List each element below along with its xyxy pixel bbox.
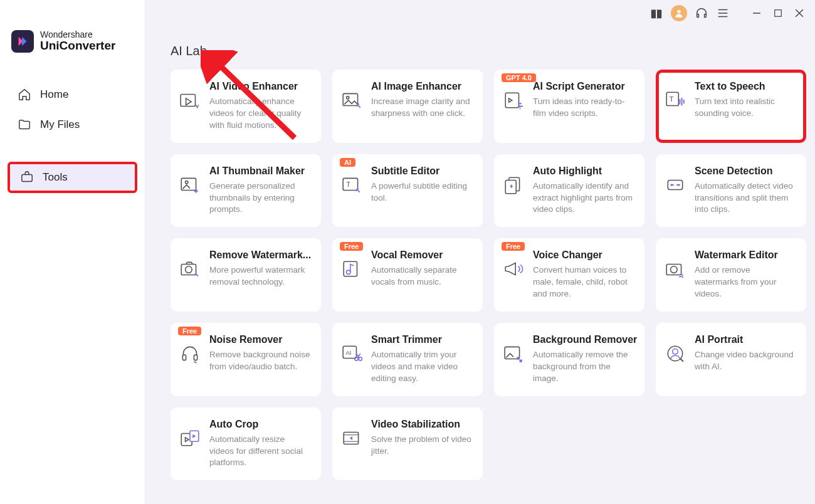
card-title: Text to Speech — [695, 81, 796, 92]
card-description: Change video background with AI. — [695, 349, 796, 373]
card-title: AI Video Enhancer — [209, 81, 311, 92]
ai-scissors-icon — [341, 343, 362, 364]
card-badge: AI — [340, 158, 355, 167]
video-sparkle-icon — [179, 90, 201, 111]
card-voice-changer[interactable]: Free Voice Changer Convert human voices … — [494, 238, 644, 312]
card-description: More powerful watermark removal technolo… — [209, 265, 311, 288]
card-ai-thumbnail-maker[interactable]: AI Thumbnail Maker Generate personalized… — [171, 154, 321, 228]
image-edit-icon — [341, 90, 362, 111]
card-title: AI Image Enhancer — [371, 81, 473, 92]
sidebar-item-my-files[interactable]: My Files — [8, 112, 137, 138]
card-text-to-speech[interactable]: Text to Speech Turn text into realistic … — [656, 70, 806, 143]
titlebar — [649, 5, 806, 21]
card-title: Noise Remover — [209, 334, 311, 345]
section-title: AI Lab — [171, 44, 802, 58]
logo-mark-icon — [11, 30, 34, 53]
card-title: Voice Changer — [533, 249, 634, 261]
image-plus-icon — [179, 174, 201, 196]
tools-grid: AI Video Enhancer Automatically enhance … — [171, 70, 802, 480]
megaphone-icon — [503, 258, 524, 280]
stabilize-icon — [341, 428, 362, 449]
home-icon — [18, 88, 31, 102]
card-auto-crop[interactable]: Auto Crop Automatically resize videos fo… — [171, 407, 321, 481]
music-note-icon — [341, 258, 362, 280]
card-description: Add or remove watermarks from your video… — [695, 265, 796, 300]
card-description: A powerful subtitle editing tool. — [371, 181, 473, 204]
gift-icon[interactable] — [649, 6, 663, 20]
window-minimize-icon[interactable] — [750, 6, 764, 20]
card-badge: Free — [502, 242, 525, 251]
card-watermark-editor[interactable]: Watermark Editor Add or remove watermark… — [656, 238, 806, 312]
card-auto-highlight[interactable]: Auto Highlight Automatically identify an… — [494, 154, 644, 228]
subtitle-edit-icon — [341, 174, 362, 196]
card-remove-watermark[interactable]: Remove Watermark... More powerful waterm… — [171, 238, 321, 312]
headphones-icon — [179, 343, 201, 364]
sidebar-item-label: Home — [40, 88, 68, 101]
card-smart-trimmer[interactable]: Smart Trimmer Automatically trim your vi… — [332, 323, 483, 396]
menu-icon[interactable] — [716, 6, 730, 20]
tts-icon — [665, 90, 686, 111]
card-ai-image-enhancer[interactable]: AI Image Enhancer Increase image clarity… — [332, 70, 483, 143]
card-video-stabilization[interactable]: Video Stabilization Solve the problem of… — [332, 407, 483, 481]
card-title: AI Thumbnail Maker — [209, 165, 311, 177]
split-icon — [665, 174, 686, 196]
card-title: Background Remover — [533, 334, 637, 345]
card-ai-video-enhancer[interactable]: AI Video Enhancer Automatically enhance … — [171, 70, 321, 143]
image-checker-icon — [503, 343, 524, 364]
card-description: Automatically resize videos for differen… — [209, 434, 311, 470]
script-text-icon — [503, 90, 524, 111]
card-title: Auto Highlight — [533, 165, 634, 177]
card-scene-detection[interactable]: Scene Detection Automatically detect vid… — [656, 154, 806, 228]
card-title: Subtitle Editor — [371, 165, 473, 177]
support-icon[interactable] — [695, 6, 708, 20]
card-description: Automatically detect video transitions a… — [695, 181, 796, 216]
crop-play-icon — [179, 428, 201, 449]
folder-icon — [18, 118, 31, 132]
main-content: AI Lab AI Video Enhancer Automatically e… — [145, 0, 815, 504]
card-title: AI Script Generator — [533, 81, 634, 92]
card-title: Scene Detection — [695, 165, 796, 177]
sidebar-item-label: My Files — [40, 118, 80, 131]
card-background-remover[interactable]: Background Remover Automatically remove … — [494, 323, 644, 396]
card-noise-remover[interactable]: Free Noise Remover Remove background noi… — [171, 323, 321, 396]
card-description: Automatically trim your videos and make … — [371, 349, 473, 385]
card-title: Video Stabilization — [371, 419, 473, 430]
portrait-scan-icon — [665, 343, 686, 364]
sidebar-item-home[interactable]: Home — [8, 81, 137, 108]
card-description: Automatically identify and extract highl… — [533, 181, 634, 216]
card-description: Automatically remove the background from… — [533, 349, 637, 385]
card-title: AI Portrait — [695, 334, 796, 345]
card-vocal-remover[interactable]: Free Vocal Remover Automatically separat… — [332, 238, 483, 312]
sidebar-item-tools[interactable]: Tools — [10, 164, 135, 191]
card-description: Automatically separate vocals from music… — [371, 265, 473, 288]
window-maximize-icon[interactable] — [771, 6, 785, 20]
card-description: Generate personalized thumbnails by ente… — [209, 181, 311, 216]
card-description: Automatically enhance videos for clearer… — [209, 96, 311, 132]
card-badge: Free — [178, 327, 201, 335]
card-description: Turn text into realistic sounding voice. — [695, 96, 796, 120]
logo-product: UniConverter — [40, 39, 115, 53]
sidebar: Wondershare UniConverter Home My Files T… — [0, 0, 145, 504]
sidebar-nav: Home My Files Tools — [8, 81, 137, 193]
toolbox-icon — [20, 171, 34, 184]
card-subtitle-editor[interactable]: AI Subtitle Editor A powerful subtitle e… — [332, 154, 483, 228]
card-badge: Free — [340, 242, 363, 251]
card-description: Convert human voices to male, female, ch… — [533, 265, 634, 300]
card-title: Smart Trimmer — [371, 334, 473, 345]
window-close-icon[interactable] — [792, 6, 806, 20]
card-title: Remove Watermark... — [209, 249, 311, 261]
card-ai-script-generator[interactable]: GPT 4.0 AI Script Generator Turn ideas i… — [494, 70, 644, 143]
sidebar-item-label: Tools — [43, 171, 68, 184]
card-title: Watermark Editor — [695, 249, 796, 261]
card-badge: GPT 4.0 — [502, 73, 536, 82]
camera-wave-icon — [665, 258, 686, 280]
card-description: Increase image clarity and sharpness wit… — [371, 96, 473, 120]
card-title: Vocal Remover — [371, 249, 473, 261]
card-description: Remove background noise from video/audio… — [209, 349, 311, 373]
avatar[interactable] — [671, 5, 687, 21]
cards-sparkle-icon — [503, 174, 524, 196]
card-description: Solve the problem of video jitter. — [371, 434, 473, 458]
card-ai-portrait[interactable]: AI Portrait Change video background with… — [656, 323, 806, 396]
logo-brand: Wondershare — [40, 30, 115, 39]
card-title: Auto Crop — [209, 419, 311, 430]
